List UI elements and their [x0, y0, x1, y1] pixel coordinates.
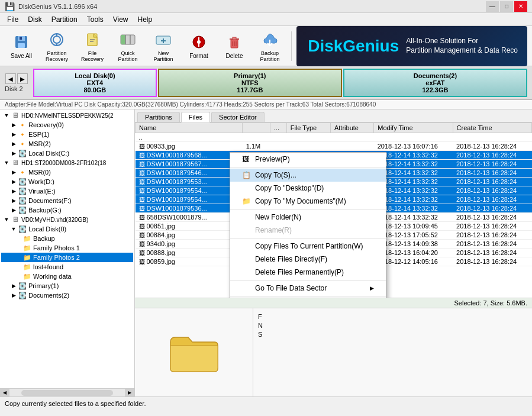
- tree-toggle-msr-hd1[interactable]: ▶: [9, 168, 18, 176]
- disk-map: ◀ ▶ Disk 2 Local Disk(0) EXT4 80.0GB Pri…: [0, 66, 532, 100]
- maximize-button[interactable]: □: [500, 1, 513, 12]
- ctx-delete-directly[interactable]: Delete Files Directly(F): [230, 253, 386, 266]
- file-attr: [330, 142, 373, 151]
- tree-toggle-family-photos-1[interactable]: [18, 244, 22, 252]
- tree-toggle-hd0[interactable]: ▼: [2, 111, 11, 120]
- status-left: Copy currently selected files to a speci…: [5, 400, 146, 407]
- tree-item-primary-1[interactable]: ▶ 💽 Primary(1): [1, 281, 133, 291]
- minimize-button[interactable]: —: [486, 1, 499, 12]
- tree-item-family-photos-1[interactable]: 📁 Family Photos 1: [1, 243, 133, 253]
- new-partition-button[interactable]: NewPartition: [147, 29, 180, 63]
- col-filetype[interactable]: File Type: [286, 123, 330, 133]
- tree-toggle-lost-found[interactable]: [18, 263, 22, 271]
- tree-item-esp1[interactable]: ▶ 🔸 ESP(1): [1, 130, 133, 139]
- tab-partitions[interactable]: Partitions: [137, 112, 180, 122]
- tree-toggle-hd1[interactable]: ▼: [2, 159, 11, 167]
- tree-item-local-disk-0[interactable]: ▼ 💽 Local Disk(0): [1, 224, 133, 234]
- tree-item-documents-f[interactable]: ▶ 💽 Documents(F:): [1, 196, 133, 205]
- ctx-rename[interactable]: Rename(R): [230, 224, 386, 237]
- menu-partition[interactable]: Partition: [47, 14, 82, 25]
- scroll-right-arrow[interactable]: ▶: [125, 389, 134, 397]
- col-modify[interactable]: Modify Time: [374, 123, 453, 133]
- nav-left[interactable]: ◀: [5, 73, 16, 84]
- partition-documents[interactable]: Documents(2) exFAT 122.3GB: [343, 69, 527, 97]
- menu-file[interactable]: File: [2, 14, 23, 25]
- table-row[interactable]: ..: [136, 133, 532, 142]
- partition-icon-documents-2: 💽: [18, 291, 27, 299]
- delete-button[interactable]: Delete: [218, 29, 251, 63]
- tree-toggle-local-c[interactable]: ▶: [9, 149, 18, 157]
- col-size[interactable]: [243, 123, 270, 133]
- ctx-copy-desktop[interactable]: Copy To "Desktop"(D): [230, 182, 386, 195]
- format-button[interactable]: Format: [182, 29, 215, 63]
- tree-toggle-esp1[interactable]: ▶: [9, 130, 18, 138]
- ctx-copy-mydocs[interactable]: 📁 Copy To "My Documents"(M): [230, 195, 386, 208]
- tree-toggle-msr2[interactable]: ▶: [9, 140, 18, 148]
- ctx-copy-files[interactable]: Copy Files To Current Partition(W): [230, 240, 386, 253]
- tree-item-vd0[interactable]: ▼ 🖥 VD0:MyVHD.vhd(320GB): [1, 215, 133, 224]
- partition-local-disk[interactable]: Local Disk(0) EXT4 80.0GB: [33, 69, 157, 97]
- tree-item-local-c[interactable]: ▶ 💽 Local Disk(C:): [1, 149, 133, 158]
- close-button[interactable]: ✕: [514, 1, 527, 12]
- file-scroll-area[interactable]: Name ... File Type Attribute Modify Time…: [135, 122, 532, 298]
- tree-item-working-data[interactable]: 📁 Working data: [1, 272, 133, 281]
- tree-toggle-virtual-e[interactable]: ▶: [9, 187, 18, 195]
- tree-toggle-primary-1[interactable]: ▶: [9, 282, 18, 290]
- menu-view[interactable]: View: [108, 14, 133, 25]
- tab-sector-editor[interactable]: Sector Editor: [211, 112, 265, 122]
- tree-item-msr-hd1[interactable]: ▶ 🔸 MSR(0): [1, 167, 133, 177]
- partition-icon-msr2: 🔸: [18, 140, 27, 148]
- tree-item-virtual-e[interactable]: ▶ 💽 Virual(E:): [1, 186, 133, 196]
- tree-toggle-family-photos-2[interactable]: [18, 253, 22, 262]
- tree-toggle-backup-folder[interactable]: [18, 234, 22, 243]
- tree-item-work-d[interactable]: ▶ 💽 Work(D:): [1, 177, 133, 186]
- tree-item-family-photos-2[interactable]: 📁 Family Photos 2: [1, 253, 133, 262]
- tree-toggle-working-data[interactable]: [18, 272, 22, 280]
- col-dots[interactable]: ...: [270, 123, 286, 133]
- tree-toggle-documents-f[interactable]: ▶: [9, 196, 18, 205]
- format-icon: [189, 33, 208, 51]
- tree-item-recovery[interactable]: ▶ 🔸 Recovery(0): [1, 120, 133, 130]
- col-name[interactable]: Name: [136, 123, 243, 133]
- tree-item-documents-2[interactable]: ▶ 💽 Documents(2): [1, 291, 133, 300]
- tree-toggle-vd0[interactable]: ▼: [2, 215, 11, 224]
- col-attribute[interactable]: Attribute: [330, 123, 373, 133]
- tree-item-backup-folder[interactable]: 📁 Backup: [1, 234, 133, 243]
- ctx-delete-permanently[interactable]: Delete Files Permanently(P): [230, 266, 386, 279]
- file-name: 🖼 DSW10001879536...: [136, 204, 243, 213]
- file-create: 2018-12-13 16:28:24: [453, 151, 531, 160]
- nav-right[interactable]: ▶: [17, 73, 28, 84]
- file-tree: ▼ 🖥 HD0:NVMeINTELSSDPEKKW25(2 ▶ 🔸 Recove…: [0, 109, 134, 388]
- tree-toggle-local-disk-0[interactable]: ▼: [9, 225, 18, 233]
- ctx-goto-sector[interactable]: Go To File Data Sector: [230, 282, 386, 295]
- scroll-left-arrow[interactable]: ◀: [0, 389, 9, 397]
- partition-primary[interactable]: Primary(1) NTFS 117.7GB: [158, 69, 342, 97]
- ctx-new-folder[interactable]: New Folder(N): [230, 211, 386, 224]
- menu-tools[interactable]: Tools: [82, 14, 108, 25]
- tree-item-hd0[interactable]: ▼ 🖥 HD0:NVMeINTELSSDPEKKW25(2: [1, 111, 133, 120]
- save-all-button[interactable]: Save All: [5, 29, 38, 63]
- tree-item-backup-g[interactable]: ▶ 💽 Backup(G:): [1, 205, 133, 215]
- tree-item-lost-found[interactable]: 📁 lost+found: [1, 262, 133, 272]
- menu-disk[interactable]: Disk: [23, 14, 46, 25]
- tree-toggle-work-d[interactable]: ▶: [9, 178, 18, 186]
- scroll-track[interactable]: [21, 390, 113, 396]
- tab-files[interactable]: Files: [181, 112, 210, 122]
- tree-toggle-documents-2[interactable]: ▶: [9, 291, 18, 299]
- ctx-preview[interactable]: 🖼 Preview(P): [230, 153, 386, 166]
- left-scroll-bar[interactable]: ◀ ▶: [0, 388, 134, 396]
- quick-partition-button[interactable]: QuickPartition: [111, 29, 144, 63]
- tree-item-msr2[interactable]: ▶ 🔸 MSR(2): [1, 139, 133, 149]
- tree-item-hd1[interactable]: ▼ 🖥 HD1:ST2000DM008-2FR102(18: [1, 158, 133, 167]
- tree-toggle-recovery[interactable]: ▶: [9, 121, 18, 129]
- delete-icon: [225, 33, 244, 51]
- backup-partition-button[interactable]: BackupPartition: [253, 29, 286, 63]
- ctx-copy-to[interactable]: 📋 Copy To(S)...: [230, 169, 386, 182]
- col-create[interactable]: Create Time: [453, 123, 531, 133]
- partition-recovery-button[interactable]: PartitionRecovery: [40, 29, 73, 63]
- tree-toggle-backup-g[interactable]: ▶: [9, 206, 18, 214]
- table-row[interactable]: 🖼 00933.jpg 1.1M 2018-12-13 16:07:16 201…: [136, 142, 532, 151]
- svg-rect-12: [121, 35, 125, 44]
- menu-help[interactable]: Help: [133, 14, 157, 25]
- file-recovery-button[interactable]: FileRecovery: [76, 29, 109, 63]
